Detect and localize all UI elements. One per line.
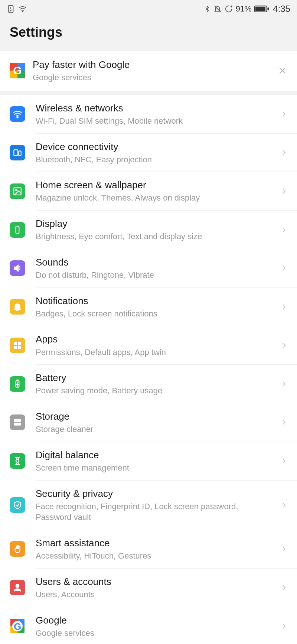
settings-item-apps[interactable]: Apps Permissions, Default apps, App twin bbox=[0, 326, 297, 364]
svg-rect-29 bbox=[14, 423, 20, 425]
settings-item-user[interactable]: Users & accounts Users, Accounts bbox=[0, 569, 297, 607]
settings-list: Wireless & networks Wi-Fi, Dual SIM sett… bbox=[0, 95, 297, 644]
svg-rect-7 bbox=[268, 7, 269, 10]
item-subtitle: Do not disturb, Ringtone, Vibrate bbox=[36, 270, 267, 281]
sound-icon bbox=[10, 260, 25, 276]
svg-point-2 bbox=[10, 10, 11, 11]
chevron-right-icon bbox=[281, 186, 287, 196]
settings-item-storage[interactable]: Storage Storage cleaner bbox=[0, 403, 297, 442]
chevron-right-icon bbox=[281, 225, 287, 235]
svg-rect-23 bbox=[18, 342, 20, 345]
chevron-right-icon bbox=[281, 263, 287, 273]
item-body: Notifications Badges, Lock screen notifi… bbox=[36, 295, 270, 319]
promo-text: Pay faster with Google Google services bbox=[33, 58, 270, 83]
chevron-right-icon bbox=[281, 544, 287, 554]
item-subtitle: Brightness, Eye comfort, Text and displa… bbox=[36, 231, 267, 242]
item-body: Users & accounts Users, Accounts bbox=[36, 575, 270, 600]
chevron-right-icon bbox=[281, 302, 287, 312]
chevron-right-icon bbox=[281, 379, 287, 389]
settings-item-devices[interactable]: Device connectivity Bluetooth, NFC, Easy… bbox=[0, 134, 297, 172]
item-title: Sounds bbox=[36, 256, 267, 269]
item-subtitle: Users, Accounts bbox=[36, 589, 267, 600]
item-body: Home screen & wallpaper Magazine unlock,… bbox=[36, 179, 270, 204]
svg-rect-18 bbox=[19, 151, 21, 156]
apps-icon bbox=[10, 338, 25, 353]
chevron-right-icon bbox=[281, 456, 287, 466]
svg-rect-21 bbox=[16, 226, 19, 234]
item-body: Sounds Do not disturb, Ringtone, Vibrate bbox=[36, 256, 270, 281]
settings-item-display[interactable]: Display Brightness, Eye comfort, Text an… bbox=[0, 211, 297, 249]
item-title: Notifications bbox=[36, 295, 267, 308]
item-subtitle: Permissions, Default apps, App twin bbox=[36, 347, 267, 358]
item-body: Smart assistance Accessibility, HiTouch,… bbox=[36, 537, 270, 562]
shield-icon bbox=[10, 497, 25, 513]
google-icon: G bbox=[10, 618, 25, 634]
google-promo-card[interactable]: G Pay faster with Google Google services bbox=[0, 51, 297, 91]
settings-item-bell[interactable]: Notifications Badges, Lock screen notifi… bbox=[0, 288, 297, 326]
settings-item-sound[interactable]: Sounds Do not disturb, Ringtone, Vibrate bbox=[0, 249, 297, 287]
svg-rect-25 bbox=[18, 346, 20, 349]
battery-icon bbox=[10, 376, 25, 392]
wifi-icon bbox=[10, 106, 25, 122]
svg-text:G: G bbox=[13, 64, 22, 77]
battery-percent: 91% bbox=[236, 4, 252, 14]
item-body: Device connectivity Bluetooth, NFC, Easy… bbox=[36, 140, 270, 165]
status-left bbox=[7, 4, 27, 14]
settings-item-shield[interactable]: Security & privacy Face recognition, Fin… bbox=[0, 481, 297, 530]
item-title: Users & accounts bbox=[36, 575, 267, 588]
item-body: Storage Storage cleaner bbox=[36, 410, 270, 435]
item-subtitle: Screen time management bbox=[36, 462, 267, 474]
svg-rect-6 bbox=[255, 7, 265, 12]
close-icon[interactable] bbox=[278, 66, 287, 75]
hourglass-icon bbox=[10, 453, 25, 469]
google-icon: G bbox=[10, 63, 25, 78]
item-subtitle: Magazine unlock, Themes, Always on displ… bbox=[36, 192, 267, 204]
battery-icon bbox=[254, 5, 269, 13]
chevron-right-icon bbox=[281, 500, 287, 510]
chevron-right-icon bbox=[281, 109, 287, 119]
data-saver-icon bbox=[225, 5, 233, 13]
svg-rect-24 bbox=[14, 346, 17, 349]
settings-item-hourglass[interactable]: Digital balance Screen time management bbox=[0, 442, 297, 480]
status-bar: 91% 4:35 bbox=[0, 0, 297, 18]
svg-point-30 bbox=[16, 585, 19, 588]
item-title: Battery bbox=[36, 371, 267, 384]
svg-rect-17 bbox=[14, 150, 18, 155]
item-subtitle: Google services bbox=[36, 628, 267, 639]
item-title: Home screen & wallpaper bbox=[36, 179, 267, 192]
chevron-right-icon bbox=[281, 147, 287, 158]
promo-subtitle: Google services bbox=[33, 72, 270, 83]
item-subtitle: Power saving mode, Battery usage bbox=[36, 385, 267, 396]
dnd-icon bbox=[213, 4, 222, 13]
item-title: Google bbox=[36, 614, 267, 627]
item-body: Security & privacy Face recognition, Fin… bbox=[36, 487, 270, 523]
page-title: Settings bbox=[10, 25, 287, 40]
item-subtitle: Wi-Fi, Dual SIM settings, Mobile network bbox=[36, 116, 267, 127]
svg-point-3 bbox=[22, 11, 23, 12]
user-icon bbox=[10, 580, 25, 595]
chevron-right-icon bbox=[281, 340, 287, 351]
settings-item-wifi[interactable]: Wireless & networks Wi-Fi, Dual SIM sett… bbox=[0, 95, 297, 133]
section-gap bbox=[0, 91, 297, 95]
item-body: Display Brightness, Eye comfort, Text an… bbox=[36, 217, 270, 242]
settings-item-image[interactable]: Home screen & wallpaper Magazine unlock,… bbox=[0, 172, 297, 210]
settings-item-battery[interactable]: Battery Power saving mode, Battery usage bbox=[0, 365, 297, 403]
item-title: Device connectivity bbox=[36, 140, 267, 153]
item-body: Apps Permissions, Default apps, App twin bbox=[36, 333, 270, 358]
image-icon bbox=[10, 183, 25, 199]
svg-point-16 bbox=[17, 117, 18, 118]
page-header: Settings bbox=[0, 18, 297, 51]
item-title: Wireless & networks bbox=[36, 102, 267, 115]
item-title: Storage bbox=[36, 410, 267, 423]
storage-icon bbox=[10, 414, 25, 430]
item-body: Digital balance Screen time management bbox=[36, 449, 270, 474]
settings-item-hand[interactable]: Smart assistance Accessibility, HiTouch,… bbox=[0, 530, 297, 568]
chevron-right-icon bbox=[281, 582, 287, 593]
item-title: Apps bbox=[36, 333, 267, 346]
hand-icon bbox=[10, 541, 25, 557]
promo-title: Pay faster with Google bbox=[33, 58, 270, 71]
item-title: Smart assistance bbox=[36, 537, 267, 550]
settings-item-google[interactable]: G Google Google services bbox=[0, 607, 297, 644]
item-body: Wireless & networks Wi-Fi, Dual SIM sett… bbox=[36, 102, 270, 127]
item-title: Display bbox=[36, 217, 267, 230]
